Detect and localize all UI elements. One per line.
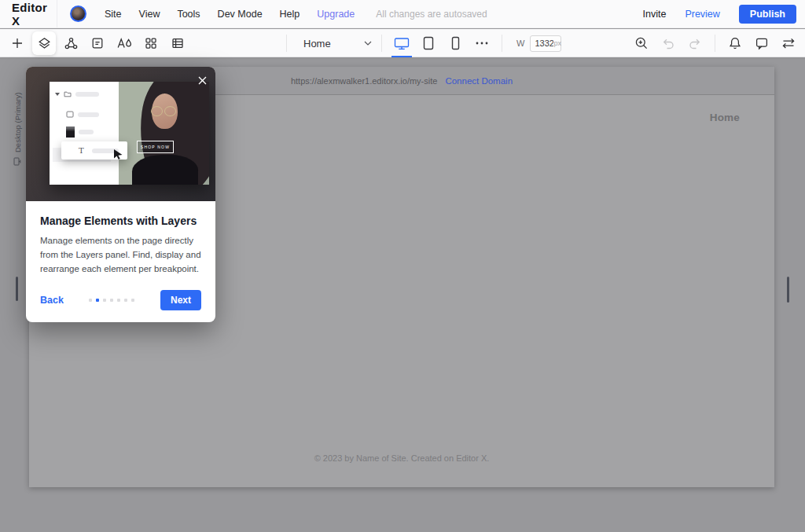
page-selector-dropdown[interactable]: Home — [293, 38, 375, 50]
menu-site[interactable]: Site — [96, 9, 130, 20]
adjust-arrows-icon — [781, 37, 796, 50]
tablet-icon — [423, 36, 434, 50]
model-photo: SHOP NOW — [118, 82, 209, 185]
editor-toolbar: Home — [0, 29, 805, 57]
undo-button[interactable] — [656, 31, 680, 55]
pagination-dot[interactable] — [110, 299, 113, 302]
menu-upgrade[interactable]: Upgrade — [308, 9, 363, 20]
canvas-width-input[interactable]: px — [530, 35, 561, 52]
autosave-status: All changes are autosaved — [363, 9, 487, 20]
breakpoint-resize-handle-left[interactable] — [16, 277, 18, 301]
layers-panel-button[interactable] — [32, 31, 56, 55]
tour-body-text: Manage elements on the page directly fro… — [40, 234, 201, 276]
menu-help[interactable]: Help — [271, 9, 309, 20]
node-graph-icon — [64, 36, 79, 51]
chevron-down-icon — [364, 41, 372, 46]
breakpoint-resize-handle-right[interactable] — [787, 277, 789, 303]
zoom-icon — [634, 36, 649, 50]
comment-icon — [755, 36, 769, 50]
pagination-dot[interactable] — [96, 299, 99, 302]
width-unit: px — [553, 39, 561, 47]
bell-icon — [728, 36, 742, 50]
folder-icon — [64, 90, 72, 97]
menubar-divider — [57, 0, 57, 28]
table-icon — [171, 36, 185, 50]
pagination-dot[interactable] — [103, 299, 106, 302]
typography-button[interactable] — [112, 31, 136, 55]
zoom-button[interactable] — [630, 31, 653, 55]
page-sections-button[interactable] — [86, 31, 109, 55]
menu-tools[interactable]: Tools — [168, 9, 208, 20]
site-url: https://alexmwalker1.editorx.io/my-site — [291, 76, 437, 86]
menu-dev-mode[interactable]: Dev Mode — [209, 9, 271, 20]
tour-title: Manage Elements with Layers — [40, 215, 201, 227]
toolbar-divider — [502, 35, 502, 52]
grid-squares-icon — [144, 36, 158, 50]
desktop-mini-icon — [13, 157, 21, 166]
tour-illustration: SHOP NOW T — [26, 67, 215, 201]
section-box-icon — [90, 36, 105, 50]
mock-layers-panel — [50, 82, 119, 185]
page-nav-home[interactable]: Home — [710, 112, 740, 123]
caret-down-icon — [55, 93, 60, 96]
undo-icon — [661, 37, 675, 50]
comments-button[interactable] — [750, 31, 774, 55]
breakpoint-tablet-button[interactable] — [418, 31, 439, 55]
menu-view[interactable]: View — [130, 9, 169, 20]
redo-icon — [688, 37, 702, 50]
connect-domain-link[interactable]: Connect Domain — [445, 76, 513, 86]
box-layer-icon — [66, 111, 74, 118]
notifications-button[interactable] — [723, 31, 747, 55]
top-menubar: Editor X Site View Tools Dev Mode Help U… — [0, 0, 805, 28]
redo-button[interactable] — [683, 31, 707, 55]
preview-button[interactable]: Preview — [685, 9, 719, 20]
pagination-dot[interactable] — [131, 299, 134, 302]
cursor-icon — [113, 149, 123, 160]
user-avatar[interactable] — [70, 6, 86, 22]
breakpoint-desktop-button[interactable] — [391, 31, 412, 55]
content-manager-button[interactable] — [166, 31, 189, 55]
tour-content: Manage Elements with Layers Manage eleme… — [26, 201, 215, 322]
pagination-dot[interactable] — [89, 299, 92, 302]
width-value-field[interactable] — [535, 39, 553, 48]
toolbar-divider — [381, 35, 382, 52]
breakpoint-label: Desktop (Primary) — [11, 79, 24, 166]
mobile-icon — [451, 36, 460, 50]
editor-x-logo: Editor X — [0, 1, 57, 28]
close-button[interactable] — [197, 75, 208, 86]
quick-add-grid-button[interactable] — [139, 31, 163, 55]
back-button[interactable]: Back — [40, 295, 64, 306]
close-icon — [198, 76, 207, 85]
shop-now-button: SHOP NOW — [137, 141, 174, 153]
ellipsis-icon — [476, 42, 488, 45]
toolbars-settings-button[interactable] — [777, 31, 800, 55]
toolbar-divider — [286, 35, 287, 52]
more-breakpoints-button[interactable] — [472, 31, 492, 55]
pagination-dots — [89, 299, 134, 302]
connections-button[interactable] — [59, 31, 83, 55]
pagination-dot[interactable] — [117, 299, 120, 302]
layers-panel-mockup: SHOP NOW T — [50, 82, 209, 185]
toolbar-divider — [715, 35, 715, 52]
page-selector-value: Home — [303, 38, 331, 50]
publish-button[interactable]: Publish — [739, 5, 796, 24]
desktop-icon — [394, 37, 410, 50]
next-button[interactable]: Next — [160, 290, 201, 310]
text-and-color-icon — [116, 36, 133, 50]
invite-button[interactable]: Invite — [642, 9, 666, 20]
pagination-dot[interactable] — [124, 299, 127, 302]
page-footer-text: © 2023 by Name of Site. Created on Edito… — [29, 453, 774, 463]
breakpoint-mobile-button[interactable] — [445, 31, 465, 55]
plus-icon — [10, 36, 24, 50]
width-label: W — [516, 39, 524, 48]
layers-tour-popover: SHOP NOW T — [26, 67, 215, 322]
image-layer-thumbnail — [66, 127, 75, 138]
add-element-button[interactable] — [6, 31, 29, 55]
layers-icon — [37, 36, 52, 51]
text-layer-icon: T — [79, 146, 84, 155]
